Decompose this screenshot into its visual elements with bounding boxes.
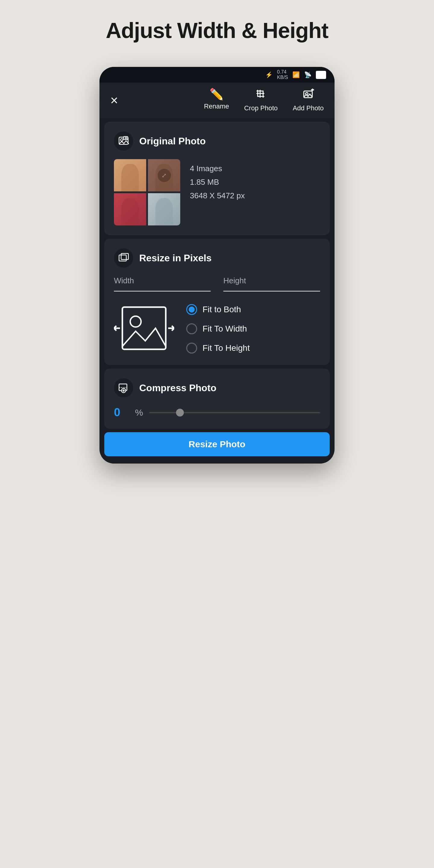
images-count: 4 Images [190,164,320,173]
add-photo-icon [303,89,314,102]
height-field[interactable]: Height [223,276,320,291]
add-photo-button[interactable]: Add Photo [293,89,324,112]
compress-row: 0 % [114,406,320,419]
compress-title: Compress Photo [139,382,216,394]
image-preview-icon [114,301,174,355]
resize-pixels-card: Resize in Pixels Width Height [104,239,330,365]
compress-icon [118,382,129,393]
fit-width-option[interactable]: Fit To Width [186,323,250,334]
status-bar: ⚡ 0.74KB/S 📶 📡 64 [99,67,335,83]
page-title: Adjust Width & Height [106,18,328,43]
slider-thumb[interactable] [176,409,184,416]
resize-button-label: Resize Photo [189,439,245,450]
resize-title: Resize in Pixels [139,253,212,264]
resize-button[interactable]: Resize Photo [104,432,330,456]
height-label: Height [223,276,246,285]
photo-cell-3 [114,193,146,225]
photo-info: 4 Images 1.85 MB 3648 X 5472 px [190,159,320,210]
photo-cell-1 [114,159,146,191]
fit-height-option[interactable]: Fit To Height [186,343,250,353]
resize-divider [217,276,217,291]
svg-rect-11 [119,255,126,261]
photo-grid: ⤢ [114,159,180,225]
photo-icon [118,135,129,147]
rename-label: Rename [204,102,229,110]
original-photo-icon-circle [114,131,133,151]
original-photo-content: ⤢ 4 Images 1.85 MB 3648 X 5472 px [114,159,320,225]
svg-rect-15 [122,307,166,349]
rename-button[interactable]: ✏️ Rename [204,89,229,112]
toolbar-actions: ✏️ Rename Crop Photo [204,89,324,112]
compress-percent: % [135,407,143,418]
network-speed: 0.74KB/S [277,69,288,80]
resize-icon [118,253,129,264]
expand-icon[interactable]: ⤢ [158,169,171,182]
phone-bottom-bar [99,456,335,464]
svg-point-16 [130,316,141,327]
bluetooth-icon: ⚡ [265,71,273,79]
fit-width-radio[interactable] [186,323,197,334]
original-photo-title: Original Photo [139,135,206,147]
width-label: Width [114,276,134,285]
original-photo-card: Original Photo ⤢ 4 Images 1.85 MB 3648 X… [104,122,330,235]
compress-icon-circle [114,378,133,398]
compress-header: Compress Photo [114,378,320,398]
svg-point-7 [121,138,123,141]
fit-both-radio[interactable] [186,304,197,315]
fit-width-label: Fit To Width [203,324,247,334]
resize-inputs: Width Height [114,276,320,291]
signal-icon: 📡 [304,71,312,79]
crop-photo-button[interactable]: Crop Photo [244,89,278,112]
fit-both-radio-inner [189,307,195,313]
toolbar: × ✏️ Rename Crop Photo [99,83,335,118]
photo-cell-2: ⤢ [148,159,180,191]
crop-label: Crop Photo [244,104,278,112]
compress-photo-card: Compress Photo 0 % [104,369,330,429]
fit-height-radio[interactable] [186,343,197,353]
resize-icon-circle [114,248,133,268]
file-size: 1.85 MB [190,178,320,187]
fit-both-label: Fit to Both [203,305,241,314]
dimensions: 3648 X 5472 px [190,191,320,200]
original-photo-header: Original Photo [114,131,320,151]
compress-slider[interactable] [149,412,320,413]
battery-icon: 64 [316,71,326,79]
fit-options: Fit to Both Fit To Width Fit To Height [186,301,250,353]
fit-height-label: Fit To Height [203,343,250,353]
phone-frame: ⚡ 0.74KB/S 📶 📡 64 × ✏️ Rename [99,67,335,464]
crop-icon [255,89,267,102]
width-field[interactable]: Width [114,276,211,291]
close-button[interactable]: × [110,94,118,107]
resize-header: Resize in Pixels [114,248,320,268]
fit-both-option[interactable]: Fit to Both [186,304,250,315]
add-photo-label: Add Photo [293,104,324,112]
photo-cell-4 [148,193,180,225]
compress-value: 0 [114,406,129,419]
rename-icon: ✏️ [210,89,224,100]
wifi-icon: 📶 [292,71,300,79]
resize-content: Fit to Both Fit To Width Fit To Height [114,301,320,355]
svg-rect-12 [121,253,128,259]
